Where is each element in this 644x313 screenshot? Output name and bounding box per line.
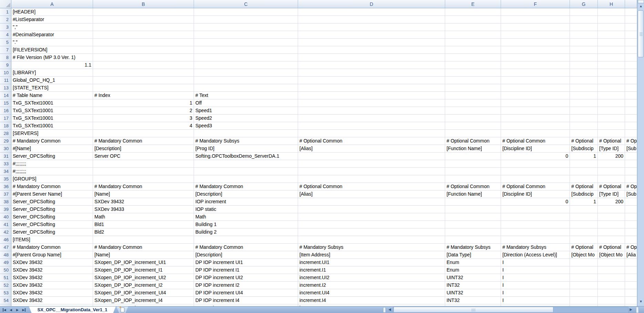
- cell-D1[interactable]: [298, 8, 445, 16]
- cell-D18[interactable]: [298, 122, 445, 130]
- cell-D48[interactable]: [Item Address]: [298, 251, 445, 259]
- column-header-B[interactable]: B: [93, 0, 194, 8]
- row-header-9[interactable]: 9: [0, 61, 11, 69]
- cell-C48[interactable]: [Description]: [194, 251, 298, 259]
- cell-G3[interactable]: [570, 23, 598, 31]
- cell-G42[interactable]: [570, 228, 598, 236]
- cell-A7[interactable]: [FILEVERSION]: [11, 46, 93, 54]
- cell-F3[interactable]: [501, 23, 570, 31]
- cell-E30[interactable]: [Function Name]: [445, 145, 501, 153]
- cell-A13[interactable]: [STATE_TEXTS]: [11, 84, 93, 92]
- cell-C7[interactable]: [194, 46, 298, 54]
- cell-E38[interactable]: [445, 198, 501, 206]
- cell-A37[interactable]: #[Parent Server Name]: [11, 190, 93, 198]
- cell-H14[interactable]: [598, 92, 625, 99]
- column-header-F[interactable]: F: [501, 0, 570, 8]
- insert-worksheet-tab[interactable]: ✦: [116, 306, 128, 313]
- cell-G36[interactable]: # Optional: [570, 183, 598, 190]
- cell-F29[interactable]: # Optional Common: [501, 137, 570, 145]
- cell-E35[interactable]: [445, 175, 501, 183]
- cell-B39[interactable]: SXDev 39433: [93, 206, 194, 213]
- cell-D10[interactable]: [298, 69, 445, 77]
- cell-C36[interactable]: # Mandatory Common: [194, 183, 298, 190]
- select-all-corner[interactable]: [0, 0, 11, 8]
- cell-B48[interactable]: [Name]: [93, 251, 194, 259]
- cell-B5[interactable]: [93, 39, 194, 46]
- cell-D51[interactable]: increment.UI2: [298, 274, 445, 282]
- cell-F17[interactable]: [501, 115, 570, 122]
- cell-I51[interactable]: [625, 274, 637, 282]
- cell-A16[interactable]: TxG_SXText10001: [11, 107, 93, 115]
- cell-G5[interactable]: [570, 39, 598, 46]
- cell-B42[interactable]: Bld2: [93, 228, 194, 236]
- row-header-53[interactable]: 53: [0, 289, 11, 297]
- cell-E5[interactable]: [445, 39, 501, 46]
- cell-A9[interactable]: 1.1: [11, 61, 93, 69]
- cell-B34[interactable]: [93, 168, 194, 175]
- cell-A33[interactable]: #;;;;;;;;: [11, 160, 93, 168]
- cell-A5[interactable]: ".": [11, 39, 93, 46]
- cell-G29[interactable]: # Optional: [570, 137, 598, 145]
- cell-C8[interactable]: [194, 54, 298, 61]
- cell-B40[interactable]: Math: [93, 213, 194, 221]
- cell-D15[interactable]: [298, 99, 445, 107]
- cell-A28[interactable]: [SERVERS]: [11, 130, 93, 137]
- cell-E36[interactable]: # Optional Common: [445, 183, 501, 190]
- row-header-11[interactable]: 11: [0, 77, 11, 84]
- cell-I53[interactable]: [625, 289, 637, 297]
- cell-C50[interactable]: DP IOP increment I1: [194, 266, 298, 274]
- cell-G53[interactable]: [570, 289, 598, 297]
- cell-H37[interactable]: [Type ID]: [598, 190, 625, 198]
- cell-D49[interactable]: increment.UI1: [298, 259, 445, 266]
- cell-E52[interactable]: INT32: [445, 282, 501, 289]
- column-header-I[interactable]: [625, 0, 637, 8]
- cell-C1[interactable]: [194, 8, 298, 16]
- cell-D42[interactable]: [298, 228, 445, 236]
- cell-I42[interactable]: [625, 228, 637, 236]
- cell-G47[interactable]: # Optional: [570, 244, 598, 251]
- cell-A29[interactable]: # Mandatory Common: [11, 137, 93, 145]
- cell-F14[interactable]: [501, 92, 570, 99]
- cell-F30[interactable]: [Discipline ID]: [501, 145, 570, 153]
- cell-E47[interactable]: # Mandatory Subsys: [445, 244, 501, 251]
- cell-F35[interactable]: [501, 175, 570, 183]
- cell-F39[interactable]: [501, 206, 570, 213]
- cell-A3[interactable]: ",": [11, 23, 93, 31]
- cell-F42[interactable]: [501, 228, 570, 236]
- cell-I46[interactable]: [625, 236, 637, 244]
- cell-C29[interactable]: # Mandatory Subsys: [194, 137, 298, 145]
- row-header-3[interactable]: 3: [0, 23, 11, 31]
- cell-B1[interactable]: [93, 8, 194, 16]
- cell-F28[interactable]: [501, 130, 570, 137]
- cell-I38[interactable]: [625, 198, 637, 206]
- cell-C17[interactable]: Speed2: [194, 115, 298, 122]
- cell-A52[interactable]: SXDev 39432: [11, 282, 93, 289]
- cell-F33[interactable]: [501, 160, 570, 168]
- cell-E48[interactable]: [Data Type]: [445, 251, 501, 259]
- cell-I37[interactable]: [Sub: [625, 190, 637, 198]
- cell-C10[interactable]: [194, 69, 298, 77]
- scroll-up-icon[interactable]: ▲: [638, 4, 644, 8]
- cell-E7[interactable]: [445, 46, 501, 54]
- column-header-E[interactable]: E: [445, 0, 501, 8]
- cell-B2[interactable]: [93, 16, 194, 23]
- cell-B18[interactable]: 4: [93, 122, 194, 130]
- cell-B10[interactable]: [93, 69, 194, 77]
- cell-C42[interactable]: Building 2: [194, 228, 298, 236]
- cell-H2[interactable]: [598, 16, 625, 23]
- row-header-5[interactable]: 5: [0, 39, 11, 46]
- cell-G35[interactable]: [570, 175, 598, 183]
- cell-I30[interactable]: [Sub: [625, 145, 637, 153]
- cell-G46[interactable]: [570, 236, 598, 244]
- row-header-2[interactable]: 2: [0, 16, 11, 23]
- cell-A1[interactable]: [HEADER]: [11, 8, 93, 16]
- cell-G40[interactable]: [570, 213, 598, 221]
- cell-G31[interactable]: 1: [570, 153, 598, 160]
- cell-B13[interactable]: [93, 84, 194, 92]
- cell-F16[interactable]: [501, 107, 570, 115]
- cell-B16[interactable]: 2: [93, 107, 194, 115]
- cell-B47[interactable]: # Mandatory Common: [93, 244, 194, 251]
- cell-I41[interactable]: [625, 221, 637, 228]
- cell-C28[interactable]: [194, 130, 298, 137]
- cell-D5[interactable]: [298, 39, 445, 46]
